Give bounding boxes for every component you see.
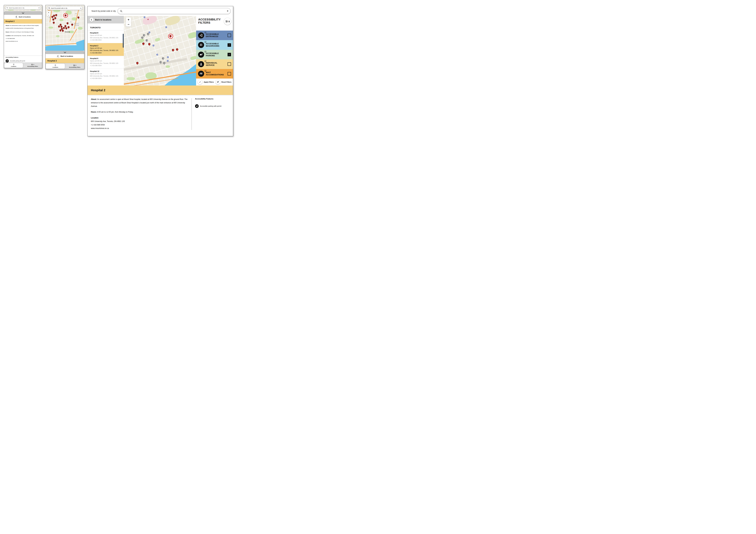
campus-patch xyxy=(164,16,181,26)
collapse-handle[interactable] xyxy=(4,11,42,15)
checkbox-wait-accomodations[interactable] xyxy=(228,72,231,75)
reset-filters-label: Reset Filters xyxy=(222,81,231,83)
feature-label: Accessible parking with permit xyxy=(10,60,25,62)
transit-station-icon xyxy=(144,16,145,18)
website-link[interactable]: www.mountsinai.on.ca xyxy=(6,40,40,43)
phone-text: +1 416-586-5054 xyxy=(6,37,40,40)
search-placeholder[interactable]: Search by postal code or city xyxy=(51,8,80,9)
filter-row-accessible-entrances[interactable]: ACCESSIBLE ENTRANCES xyxy=(196,31,233,40)
tab-locations[interactable]: Locations xyxy=(4,63,23,68)
hours-text: 8:00 am to 12:00 pm, from Monday to Frid… xyxy=(97,111,133,113)
main-content: Back to locations TORONTO Hospital 8 Ope… xyxy=(88,16,233,86)
info-icon[interactable] xyxy=(204,32,206,34)
city-heading: TORONTO xyxy=(88,23,124,30)
reset-filters-button[interactable]: ↺ Reset Filters xyxy=(215,80,231,84)
pin-icon xyxy=(142,42,145,45)
road-shield xyxy=(49,17,50,18)
checkbox-accessible-washrooms[interactable]: ✓ xyxy=(228,43,231,47)
map-green-patch xyxy=(59,19,63,21)
washroom-icon xyxy=(198,42,204,48)
chevron-down-icon xyxy=(22,12,24,14)
back-label: Back to locations xyxy=(95,18,111,21)
filter-row-accessible-parking[interactable]: P ACCESSIBLE PARKING ✓ xyxy=(196,50,233,59)
list-item[interactable]: Hospital 2 Opens at 8:00 am 600 Universi… xyxy=(88,43,124,56)
list-item[interactable]: Hospital 6 Opens at 8:00 am 600 Universi… xyxy=(88,56,124,69)
filter-row-wait-accomodations[interactable]: WAIT ACCOMODATIONS xyxy=(196,69,233,78)
check-icon: ✓ xyxy=(198,80,202,84)
zoom-out-button[interactable]: − xyxy=(48,14,49,16)
locations-list[interactable]: TORONTO Hospital 8 Opens at 8:00 am 600 … xyxy=(88,23,124,86)
search-icon xyxy=(120,10,122,13)
chevron-left-icon xyxy=(57,55,59,57)
hours-text: 8:00 am to 12:00 pm, from Monday to Frid… xyxy=(10,31,34,33)
map-green-patch xyxy=(78,27,83,30)
pin-icon xyxy=(66,22,69,24)
chevron-left-icon xyxy=(16,16,17,17)
checkbox-accessible-parking[interactable]: ✓ xyxy=(228,53,231,56)
tab-accessibility-filters[interactable]: 0 Accessibility Filters xyxy=(23,63,42,68)
location-label: Location: xyxy=(6,35,11,36)
close-icon[interactable]: × xyxy=(80,7,81,9)
search-bar[interactable]: Search by postal code or city × xyxy=(47,6,83,10)
pin-icon xyxy=(71,23,73,26)
filters-footer: ✓ Apply Filters ↺ Reset Filters xyxy=(196,78,233,86)
hours-paragraph: Hours: 8:00 am to 12:00 pm, from Monday … xyxy=(91,110,188,114)
city-map[interactable]: + − xyxy=(124,16,196,86)
info-icon[interactable] xyxy=(204,70,206,72)
city-map[interactable]: YORK EAST YORK Toronto Search by postal … xyxy=(45,5,84,51)
filters-count: 0 xyxy=(229,20,230,23)
feature-row: P Accessible parking with permit xyxy=(6,59,40,63)
back-to-locations-button[interactable]: Back to locations xyxy=(88,16,124,23)
scrollbar-thumb[interactable] xyxy=(123,34,124,48)
parking-icon: P xyxy=(198,52,204,58)
collapse-handle[interactable] xyxy=(45,51,84,54)
feature-label: Accessible parking with permit xyxy=(200,105,221,107)
back-label: Back to locations xyxy=(19,16,31,18)
road-shield xyxy=(75,13,77,14)
back-to-locations-button[interactable]: Back to locations xyxy=(45,54,84,58)
filters-count-button[interactable]: 0 xyxy=(224,18,231,25)
search-input[interactable] xyxy=(123,10,226,12)
close-icon[interactable]: × xyxy=(227,10,228,13)
pin-outline-icon xyxy=(54,65,56,66)
info-icon[interactable] xyxy=(204,51,206,53)
car-parking-glyph: P xyxy=(6,60,8,62)
mini-map-strip[interactable]: Search by postal code or city × xyxy=(4,5,42,11)
search-placeholder[interactable]: Search by postal code or city xyxy=(9,7,38,9)
zoom-in-button[interactable]: + xyxy=(48,11,49,14)
checkbox-accessible-entrances[interactable] xyxy=(228,34,231,37)
group-icon xyxy=(198,71,204,77)
zoom-out-button[interactable]: − xyxy=(128,22,129,27)
filter-row-individual-service[interactable]: INDIVIDUAL SERVICE xyxy=(196,59,233,69)
tab-accessibility-filters[interactable]: 0 Accessibility Filters xyxy=(65,63,84,69)
filter-row-accessible-washrooms[interactable]: ACCESSIBLE WASHROOMS ✓ xyxy=(196,40,233,50)
back-to-locations-button[interactable]: Back to locations xyxy=(4,15,42,19)
accessibility-filters-panel: ACCESSIBILITY FILTERS 0 ACCESSIBLE ENTRA… xyxy=(196,16,233,86)
zoom-in-button[interactable]: + xyxy=(128,17,129,22)
filters-header: ACCESSIBILITY FILTERS 0 xyxy=(196,16,233,31)
map-green-patch xyxy=(187,31,196,39)
pin-icon xyxy=(171,48,175,52)
hours-label: Hours: xyxy=(91,111,97,113)
search-bar[interactable]: Search by postal code or city × xyxy=(5,6,41,10)
apply-filters-button[interactable]: ✓ Apply Filters xyxy=(198,80,214,84)
search-icon xyxy=(7,7,8,9)
detail-text-column: About: An assessment centre is open at M… xyxy=(91,98,188,134)
chevron-down-icon xyxy=(64,51,66,53)
list-item[interactable]: Hospital 8 Opens at 8:00 am 600 Universi… xyxy=(88,30,124,43)
close-icon[interactable]: × xyxy=(39,7,40,9)
info-icon[interactable] xyxy=(204,60,206,63)
bottom-tab-bar: Locations 0 Accessibility Filters xyxy=(4,63,42,68)
tab-label: Accessibility Filters xyxy=(27,66,38,67)
map-green-patch xyxy=(56,35,60,37)
accessibility-features-section: Accessibility Features P Accessible park… xyxy=(4,56,42,63)
info-icon[interactable] xyxy=(204,41,206,43)
website-link[interactable]: www.mountsinai.on.ca xyxy=(91,126,188,130)
list-item[interactable]: Hospital 12 Opens at 8:00 am 600 Univers… xyxy=(88,69,124,82)
person-glyph xyxy=(199,62,203,66)
tab-locations[interactable]: Locations xyxy=(46,64,65,69)
checkbox-individual-service[interactable] xyxy=(228,62,231,66)
about-label: About: xyxy=(91,98,97,100)
map-zoom-control: + − xyxy=(126,17,131,27)
search-bar[interactable]: × xyxy=(118,8,231,14)
